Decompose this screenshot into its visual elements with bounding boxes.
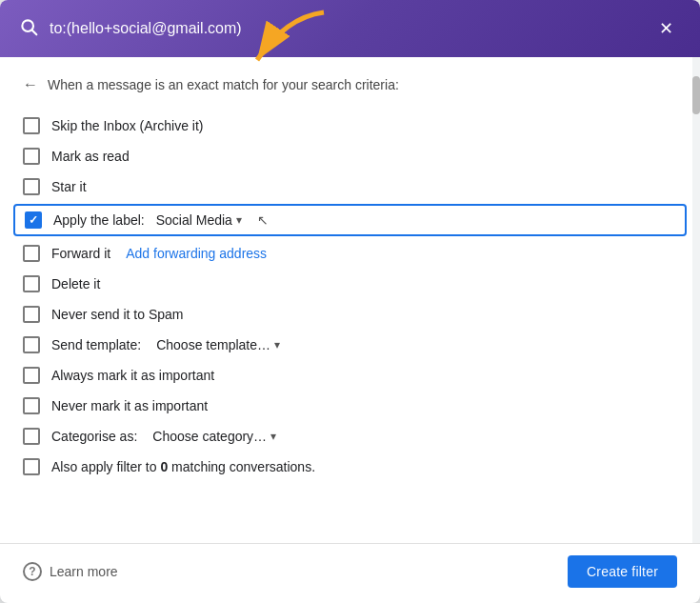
cursor-indicator: ↖ bbox=[257, 212, 269, 228]
learn-more-text: Learn more bbox=[50, 564, 118, 579]
filter-item-always-important: Always mark it as important bbox=[23, 360, 677, 391]
chevron-down-icon-category: ▾ bbox=[270, 430, 276, 443]
checkbox-apply-label[interactable] bbox=[25, 211, 42, 229]
checkbox-star[interactable] bbox=[23, 178, 40, 195]
filter-item-star: Star it bbox=[23, 171, 677, 202]
category-dropdown-value: Choose category… bbox=[152, 429, 267, 444]
checkbox-always-important[interactable] bbox=[23, 367, 40, 384]
template-dropdown[interactable]: Choose template… ▾ bbox=[156, 337, 280, 352]
filter-item-delete: Delete it bbox=[23, 269, 677, 299]
label-never-spam: Never send it to Spam bbox=[51, 307, 184, 322]
filter-item-never-spam: Never send it to Spam bbox=[23, 299, 677, 330]
subtitle-text: When a message is an exact match for you… bbox=[48, 77, 399, 92]
search-icon bbox=[19, 17, 38, 41]
label-mark-read: Mark as read bbox=[51, 149, 130, 164]
filter-options-list: Skip the Inbox (Archive it) Mark as read… bbox=[23, 111, 677, 482]
filter-item-forward: Forward it Add forwarding address bbox=[23, 238, 677, 269]
checkbox-mark-read[interactable] bbox=[23, 148, 40, 165]
match-count: 0 bbox=[160, 459, 168, 474]
filter-item-never-important: Never mark it as important bbox=[23, 391, 677, 421]
help-icon: ? bbox=[23, 562, 42, 581]
close-button[interactable]: ✕ bbox=[650, 13, 681, 44]
checkbox-never-important[interactable] bbox=[23, 397, 40, 414]
label-send-template: Send template: bbox=[51, 337, 141, 352]
checkbox-delete[interactable] bbox=[23, 275, 40, 292]
chevron-down-icon-template: ▾ bbox=[274, 338, 280, 352]
dialog-header: to:(hello+social@gmail.com) ✕ bbox=[0, 0, 700, 57]
learn-more-area[interactable]: ? Learn more bbox=[23, 562, 118, 581]
checkbox-never-spam[interactable] bbox=[23, 306, 40, 323]
label-categorise: Categorise as: bbox=[51, 429, 137, 444]
label-dropdown-value: Social Media bbox=[156, 212, 232, 228]
search-query: to:(hello+social@gmail.com) bbox=[50, 20, 639, 37]
scrollbar-thumb[interactable] bbox=[692, 76, 700, 114]
checkbox-send-template[interactable] bbox=[23, 336, 40, 353]
label-dropdown[interactable]: Social Media ▾ bbox=[156, 212, 242, 228]
label-forward: Forward it bbox=[51, 246, 110, 261]
label-never-important: Never mark it as important bbox=[51, 398, 208, 413]
filter-item-also-apply: Also apply filter to 0 matching conversa… bbox=[23, 452, 677, 482]
add-forwarding-link[interactable]: Add forwarding address bbox=[126, 246, 267, 261]
back-button[interactable]: ← bbox=[23, 76, 38, 93]
checkbox-forward[interactable] bbox=[23, 245, 40, 262]
dialog-content: ← When a message is an exact match for y… bbox=[0, 57, 700, 543]
create-filter-button[interactable]: Create filter bbox=[568, 555, 677, 588]
filter-item-apply-label: Apply the label: Social Media ▾ ↖ bbox=[13, 204, 687, 236]
filter-dialog: to:(hello+social@gmail.com) ✕ ← When a m… bbox=[0, 0, 700, 603]
category-dropdown[interactable]: Choose category… ▾ bbox=[152, 429, 276, 444]
label-skip-inbox: Skip the Inbox (Archive it) bbox=[51, 118, 204, 133]
svg-line-1 bbox=[32, 30, 37, 34]
label-star: Star it bbox=[51, 179, 87, 194]
checkbox-categorise[interactable] bbox=[23, 428, 40, 445]
dialog-footer: ? Learn more Create filter bbox=[0, 543, 700, 603]
scrollbar-track[interactable] bbox=[692, 57, 700, 543]
template-dropdown-value: Choose template… bbox=[156, 337, 270, 352]
filter-item-categorise: Categorise as: Choose category… ▾ bbox=[23, 421, 677, 452]
filter-item-send-template: Send template: Choose template… ▾ bbox=[23, 330, 677, 360]
checkbox-skip-inbox[interactable] bbox=[23, 117, 40, 134]
label-apply-label: Apply the label: bbox=[53, 212, 145, 228]
label-delete: Delete it bbox=[51, 276, 100, 291]
filter-item-mark-read: Mark as read bbox=[23, 141, 677, 171]
filter-item-skip-inbox: Skip the Inbox (Archive it) bbox=[23, 111, 677, 141]
checkbox-also-apply[interactable] bbox=[23, 458, 40, 475]
chevron-down-icon: ▾ bbox=[236, 213, 242, 227]
label-also-apply: Also apply filter to 0 matching conversa… bbox=[51, 459, 315, 474]
label-always-important: Always mark it as important bbox=[51, 368, 214, 383]
subtitle-row: ← When a message is an exact match for y… bbox=[23, 76, 677, 93]
